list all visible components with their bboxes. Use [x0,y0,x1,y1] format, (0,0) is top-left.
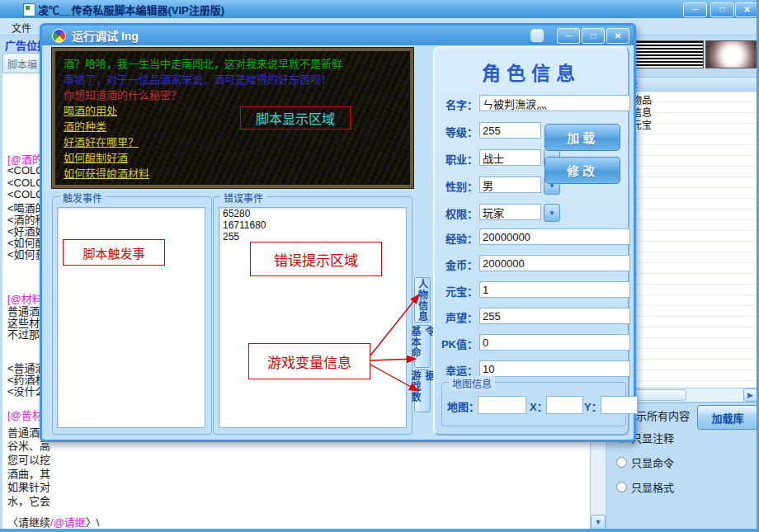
tab-character-info[interactable]: 人物信息 [414,277,431,322]
map-field[interactable] [478,396,526,414]
app-window: 凌℃__传奇私服脚本编辑器(VIP注册版) ─ □ ✕ 文件 广告位招 脚本编 … [0,0,759,532]
error-events-list[interactable]: 6528016711680255 [219,207,407,428]
gold-label: 金币： [436,257,478,272]
yuanbao-label: 元宝： [436,283,478,299]
dialog-titlebar: 运行调试 Ing [42,26,634,45]
pk-field[interactable] [479,334,630,351]
tab-script-editor[interactable]: 脚本编 [2,53,42,73]
tab-basic-commands[interactable]: 基本命令 [414,325,431,368]
main-window-title: 凌℃__传奇私服脚本编辑器(VIP注册版) [38,2,224,17]
script-line-segment: 〈请继续 [7,516,50,529]
map-x-label: X： [530,398,548,414]
gender-field[interactable] [479,177,541,193]
mir-text-line: 你想知道酒的什么秘密？ [64,87,402,103]
name-field[interactable] [479,95,630,111]
list-header: 径 [623,77,759,92]
script-line: 〈请继续/@请继〉\ [7,514,99,530]
maximize-button[interactable]: □ [710,2,734,17]
app-icon [23,3,35,16]
map-y-label: Y： [584,398,602,414]
dialog-title: 运行调试 Ing [72,27,139,44]
mir-text-line: 酒？哈哈，我一生当中走南闯北，这对我来说早就不是新鲜 [64,56,402,72]
exp-label: 经验： [436,230,478,246]
priv-label: 权限： [436,205,478,221]
minimize-button[interactable]: ─ [683,2,707,17]
radio-option[interactable]: 只显格式 [616,479,674,495]
pk-label: PK值： [436,336,478,351]
mir-link[interactable]: 喝酒的用处 [64,103,402,119]
list-horizontal-scrollbar[interactable]: ▶ [623,388,758,403]
name-label: 名字： [436,97,478,112]
close-button[interactable]: ✕ [735,2,759,17]
dialog-minimize-button[interactable]: ─ [557,28,580,44]
mir-text-line: 事物了，对于一位品酒家来说，酒可是难得的好东西呗！ [64,72,402,87]
load-button[interactable]: 加载 [544,124,620,151]
note-trigger-area: 脚本触发事 [63,239,165,266]
map-info-group: 地图信息 地图： X： Y： [441,382,626,426]
scroll-down-icon[interactable]: ▼ [591,515,606,530]
fame-field[interactable] [479,308,630,324]
radio-label: 只显命令 [631,454,674,470]
mir-link[interactable]: 好酒好在哪里？ [64,134,402,150]
note-variables-area: 游戏变量信息 [248,343,370,379]
mir-link[interactable]: 如何获得娘酒材料 [64,166,402,181]
fame-label: 声望： [436,309,478,325]
character-info-panel: 角色信息 名字：等级：职业：▼性别：▼权限：▼经验：金币：元宝：声望：PK值：幸… [433,46,629,435]
radio-label: 只显格式 [631,479,674,495]
scroll-right-icon[interactable]: ▶ [743,388,757,402]
menu-file[interactable]: 文件 [12,21,31,35]
character-panel-title: 角色信息 [435,58,628,86]
script-line: 水，它会 [7,492,50,508]
error-value: 16711680 [223,220,406,231]
radio-icon[interactable] [616,482,627,492]
yuanbao-field[interactable] [479,281,630,298]
job-label: 职业： [436,151,478,167]
modify-button[interactable]: 修改 [544,157,620,184]
main-titlebar: 凌℃__传奇私服脚本编辑器(VIP注册版) [0,0,759,19]
color-ball-icon [52,29,66,43]
level-field[interactable] [479,122,541,139]
priv-field[interactable] [479,204,541,220]
map-label: 地图： [447,398,479,414]
radio-option[interactable]: 只显命令 [616,454,674,470]
trigger-group-label: 触发事件 [59,191,106,205]
map-x-field[interactable] [546,396,583,414]
script-display-area: 酒？哈哈，我一生当中走南闯北，这对我来说早就不是新鲜事物了，对于一位品酒家来说，… [52,48,413,188]
gender-label: 性别： [436,178,478,194]
job-field[interactable] [479,149,541,166]
dialog-maximize-button[interactable]: □ [582,28,605,44]
mir-link[interactable]: 酒的种类 [64,119,402,134]
radio-label: 只显注释 [631,430,674,445]
error-value: 65280 [223,209,406,219]
note-error-area: 错误提示区域 [250,242,382,276]
tab-game-data[interactable]: 游戏数据 [414,370,431,412]
radio-icon[interactable] [616,457,627,468]
map-group-label: 地图信息 [449,376,495,390]
bag-icon [530,29,544,42]
debug-dialog: 运行调试 Ing ─ □ ✕ 酒？哈哈，我一生当中走南闯北，这对我来说早就不是新… [40,23,636,442]
load-library-button[interactable]: 加载库 [697,405,758,430]
thumbnail-orb [705,40,757,68]
window-edge-bottom [0,529,759,532]
script-line-segment: 〉\ [86,516,100,529]
thumbnail-stripes [629,40,704,68]
scrollbar-thumb[interactable] [632,389,686,401]
exp-field[interactable] [479,228,630,245]
mir-link[interactable]: 如何酿制好酒 [64,150,402,166]
map-y-field[interactable] [601,396,638,414]
command-list[interactable]: 物品信息元宝 [623,91,758,388]
gold-field[interactable] [479,255,630,271]
priv-dropdown-icon[interactable]: ▼ [544,204,560,222]
script-line-segment: /@请继 [50,516,86,529]
error-group-label: 错误事件 [220,191,266,205]
luck-field[interactable] [479,360,630,377]
level-label: 等级： [436,124,478,139]
note-display-area: 脚本显示区域 [240,106,351,129]
dialog-close-button[interactable]: ✕ [606,28,629,44]
